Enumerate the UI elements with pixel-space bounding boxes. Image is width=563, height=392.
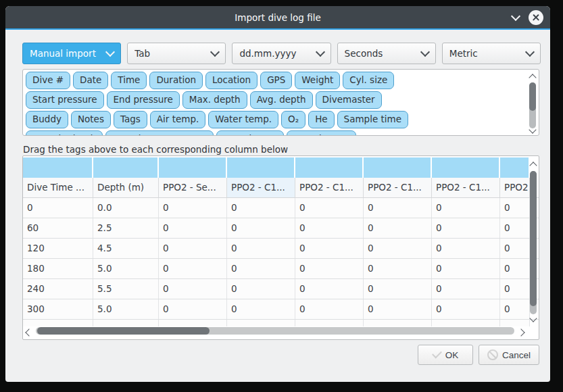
tag-sample-cns[interactable]: Sample CNS bbox=[287, 130, 356, 136]
table-cell: 0 bbox=[295, 259, 364, 278]
table-cell: 0 bbox=[432, 259, 500, 278]
table-horizontal-scrollbar[interactable] bbox=[25, 326, 525, 337]
tag-end-pressure[interactable]: End pressure bbox=[107, 91, 180, 109]
mapping-table: Dive Time ...Depth (m)PPO2 - Se...PPO2 -… bbox=[22, 155, 539, 340]
tag-avg-depth[interactable]: Avg. depth bbox=[250, 91, 313, 109]
ok-button-label: OK bbox=[445, 350, 459, 360]
table-row: 3005.0000000 bbox=[23, 299, 539, 320]
combo-value: Manual import bbox=[30, 48, 107, 59]
ok-button[interactable]: OK bbox=[418, 345, 473, 365]
tag-location[interactable]: Location bbox=[205, 72, 258, 89]
drop-target-cell[interactable] bbox=[364, 157, 432, 178]
combo-value: Tab bbox=[134, 48, 212, 59]
tag-duration[interactable]: Duration bbox=[149, 72, 203, 89]
chevron-down-icon bbox=[210, 47, 220, 57]
tag-buddy[interactable]: Buddy bbox=[26, 111, 68, 128]
tag-notes[interactable]: Notes bbox=[71, 111, 111, 128]
drop-target-cell[interactable] bbox=[432, 157, 500, 178]
table-cell: 0 bbox=[500, 299, 530, 319]
tag-max-depth[interactable]: Max. depth bbox=[182, 91, 247, 109]
tag-dive[interactable]: Dive # bbox=[26, 72, 70, 89]
combo-metric[interactable]: Metric bbox=[442, 43, 541, 64]
table-cell: 0 bbox=[364, 279, 432, 299]
drop-target-cell[interactable] bbox=[93, 157, 159, 178]
tag-pool-scrollbar[interactable] bbox=[528, 72, 537, 136]
table-cell: 0 bbox=[500, 198, 530, 218]
table-cell: 0 bbox=[364, 259, 432, 278]
table-row: 00.0000000 bbox=[23, 198, 539, 218]
tag-o[interactable]: O₂ bbox=[281, 111, 305, 128]
table-cell: 0 bbox=[432, 279, 500, 299]
table-cell: 0 bbox=[364, 198, 432, 218]
column-header: PPO2 - C1... bbox=[227, 178, 295, 197]
table-cell: 180 bbox=[23, 259, 93, 278]
drop-target-cell[interactable] bbox=[295, 157, 364, 178]
table-cell: 0 bbox=[364, 218, 432, 238]
combo-value: dd.mm.yyyy bbox=[239, 48, 316, 59]
scroll-thumb[interactable] bbox=[37, 327, 210, 335]
tag-water-temp[interactable]: Water temp. bbox=[208, 111, 278, 128]
scroll-left-icon[interactable] bbox=[25, 328, 32, 336]
table-cell: 0 bbox=[227, 218, 295, 238]
tag-weight[interactable]: Weight bbox=[295, 72, 340, 89]
tag-sample-temperature[interactable]: Sample temperature bbox=[105, 130, 214, 136]
scroll-down-icon[interactable] bbox=[529, 314, 537, 322]
scroll-track[interactable] bbox=[36, 327, 514, 335]
table-header-row: Dive Time ...Depth (m)PPO2 - Se...PPO2 -… bbox=[23, 178, 539, 198]
dialog-title: Import dive log file bbox=[235, 12, 320, 23]
table-cell: 0 bbox=[432, 198, 500, 218]
tag-time[interactable]: Time bbox=[111, 72, 147, 89]
import-dialog: Import dive log file Manual importTabdd.… bbox=[5, 6, 550, 382]
tag-divemaster[interactable]: Divemaster bbox=[316, 91, 382, 109]
scroll-right-icon[interactable] bbox=[517, 328, 524, 336]
table-cell: 0 bbox=[500, 239, 530, 258]
tag-sample-time[interactable]: Sample time bbox=[337, 111, 408, 128]
tag-tags[interactable]: Tags bbox=[114, 111, 147, 128]
tag-pool: Dive #DateTimeDurationLocationGPSWeightC… bbox=[22, 69, 539, 136]
drop-target-row bbox=[23, 156, 539, 178]
drop-target-cell[interactable] bbox=[500, 157, 530, 178]
scroll-thumb[interactable] bbox=[529, 82, 536, 111]
table-cell: 5.0 bbox=[93, 299, 159, 319]
table-cell: 0 bbox=[159, 259, 227, 278]
table-cell: 60 bbox=[23, 218, 93, 238]
table-cell: 120 bbox=[23, 239, 93, 258]
tag-sample-po[interactable]: Sample pO₂ bbox=[216, 130, 284, 136]
table-cell: 0 bbox=[227, 299, 295, 319]
titlebar: Import dive log file bbox=[5, 6, 550, 30]
table-cell: 0 bbox=[432, 299, 500, 319]
tag-air-temp[interactable]: Air temp. bbox=[150, 111, 205, 128]
table-row: 2405.5000000 bbox=[23, 279, 539, 299]
scroll-up-icon[interactable] bbox=[529, 162, 537, 169]
table-cell: 5.0 bbox=[93, 259, 159, 278]
drop-target-cell[interactable] bbox=[159, 157, 227, 178]
tag-he[interactable]: He bbox=[308, 111, 334, 128]
tag-gps[interactable]: GPS bbox=[260, 72, 292, 89]
combo-seconds[interactable]: Seconds bbox=[337, 43, 436, 64]
tag-sample-depth[interactable]: Sample depth bbox=[26, 130, 103, 136]
combo-value: Seconds bbox=[345, 48, 422, 59]
combo-dd-mm-yyyy[interactable]: dd.mm.yyyy bbox=[232, 43, 331, 64]
table-cell: 0 bbox=[295, 239, 364, 258]
tag-start-pressure[interactable]: Start pressure bbox=[26, 91, 104, 109]
cancel-button[interactable]: Cancel bbox=[479, 345, 539, 365]
scroll-up-icon[interactable] bbox=[529, 74, 536, 81]
close-icon[interactable] bbox=[529, 10, 543, 25]
table-cell: 5.5 bbox=[93, 279, 159, 299]
table-vertical-scrollbar[interactable] bbox=[529, 157, 538, 322]
chevron-down-icon bbox=[105, 47, 115, 57]
check-icon bbox=[432, 349, 442, 359]
table-cell: 0 bbox=[227, 259, 295, 278]
tag-cyl-size[interactable]: Cyl. size bbox=[343, 72, 394, 89]
tag-date[interactable]: Date bbox=[73, 72, 108, 89]
table-cell: 0 bbox=[364, 299, 432, 319]
combo-manual-import[interactable]: Manual import bbox=[22, 43, 121, 64]
shade-chevron-down-icon[interactable] bbox=[511, 11, 520, 20]
column-header: Depth (m) bbox=[93, 178, 159, 197]
combo-tab[interactable]: Tab bbox=[127, 43, 226, 64]
scroll-thumb[interactable] bbox=[530, 171, 537, 306]
drop-target-cell[interactable] bbox=[227, 157, 295, 178]
drop-target-cell[interactable] bbox=[23, 157, 93, 178]
table-cell: 4.5 bbox=[93, 239, 159, 258]
table-cell: 0 bbox=[227, 279, 295, 299]
